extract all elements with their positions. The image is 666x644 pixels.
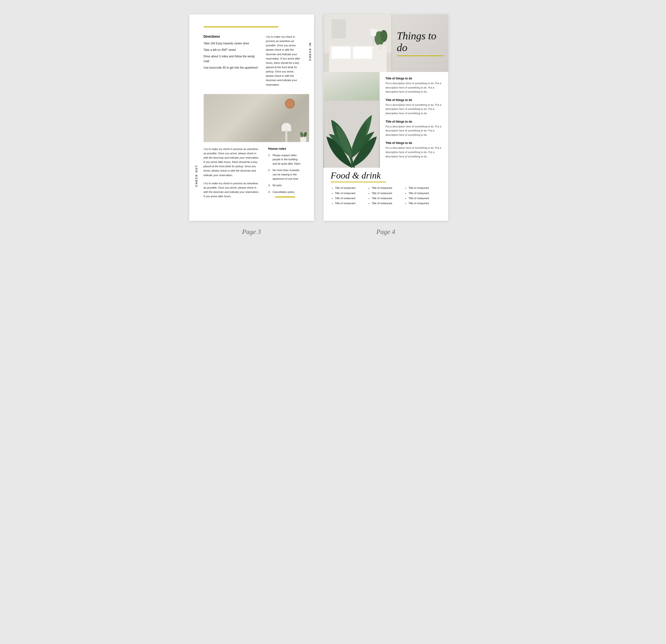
svg-rect-10 bbox=[373, 36, 374, 46]
things-to-do-heading: Things to do bbox=[397, 30, 443, 53]
checkout-label: CHECK OUT bbox=[189, 142, 204, 210]
restaurant-2-3: Title of restaurant bbox=[372, 197, 404, 200]
checkout-paragraph-2: I try to make my check in process as sea… bbox=[204, 181, 261, 199]
directions-item-3: Drive about 3 miles and follow the windy… bbox=[204, 54, 261, 63]
restaurant-3-3: Title of restaurant bbox=[408, 197, 441, 200]
restaurant-1-4: Title of restaurant bbox=[335, 202, 367, 205]
things-to-do-list: Title of things to do Put a description … bbox=[380, 72, 448, 168]
house-rule-3: No pets bbox=[268, 183, 302, 188]
page-4: Things to do bbox=[323, 14, 448, 221]
things-item-2-desc: Put a description here of something to d… bbox=[386, 103, 442, 116]
things-to-do-section: Title of things to do Put a description … bbox=[323, 72, 448, 168]
plant-image bbox=[323, 72, 380, 168]
house-rules-list: Please respect other people in the build… bbox=[268, 153, 302, 194]
house-rule-1: Please respect other people in the build… bbox=[268, 153, 302, 166]
svg-point-7 bbox=[380, 30, 387, 42]
things-item-4: Title of things to do Put a description … bbox=[386, 141, 442, 158]
page-4-label: Page 4 bbox=[323, 228, 448, 236]
svg-rect-4 bbox=[331, 47, 351, 59]
things-item-1: Title of things to do Put a description … bbox=[386, 77, 442, 94]
page-3: Directions Take 104 Easy towards center … bbox=[189, 14, 314, 221]
restaurant-col-1: Title of restaurant Title of restaurant … bbox=[331, 186, 367, 207]
things-to-do-title-area: Things to do bbox=[392, 14, 448, 72]
things-to-do-gold-line bbox=[397, 55, 443, 56]
restaurant-2-4: Title of restaurant bbox=[372, 202, 404, 205]
page-3-label: Page 3 bbox=[189, 228, 314, 236]
house-rules-section: House rules Please respect other people … bbox=[266, 142, 314, 210]
checkin-paragraph: I try to make my check in process as sea… bbox=[266, 35, 314, 87]
directions-list: Take 104 Easy towards center drive Take … bbox=[204, 41, 261, 70]
restaurants-grid: Title of restaurant Title of restaurant … bbox=[331, 186, 441, 207]
things-item-1-desc: Put a description here of something to d… bbox=[386, 81, 442, 94]
svg-rect-13 bbox=[351, 156, 352, 168]
things-item-4-desc: Put a description here of something to d… bbox=[386, 146, 442, 158]
food-drink-title: Food & drink bbox=[331, 170, 441, 181]
restaurant-list-3: Title of restaurant Title of restaurant … bbox=[404, 186, 441, 205]
plant-decoration bbox=[300, 132, 307, 142]
bedroom-svg bbox=[323, 14, 392, 72]
house-rule-4: Cancellation policy bbox=[268, 190, 302, 194]
directions-title: Directions bbox=[204, 35, 261, 38]
pages-container: Directions Take 104 Easy towards center … bbox=[189, 14, 477, 221]
restaurant-3-4: Title of restaurant bbox=[408, 202, 441, 205]
restaurant-col-2: Title of restaurant Title of restaurant … bbox=[367, 186, 404, 207]
restaurant-3-1: Title of restaurant bbox=[408, 186, 441, 190]
plant-pot bbox=[300, 137, 306, 142]
restaurant-col-3: Title of restaurant Title of restaurant … bbox=[404, 186, 441, 207]
things-item-1-title: Title of things to do bbox=[386, 77, 442, 80]
plant-leaf-2 bbox=[303, 132, 307, 137]
lamp-base bbox=[285, 130, 287, 142]
directions-item-1: Take 104 Easy towards center drive bbox=[204, 41, 261, 46]
svg-rect-8 bbox=[378, 45, 382, 49]
svg-marker-9 bbox=[370, 29, 377, 36]
svg-rect-5 bbox=[353, 47, 372, 59]
page3-bottom-section: CHECK OUT I try to make my check in proc… bbox=[189, 142, 314, 210]
food-drink-gold-line bbox=[331, 182, 386, 182]
things-item-2-title: Title of things to do bbox=[386, 98, 442, 102]
plant-leaf-1 bbox=[300, 132, 304, 137]
checkout-paragraph-1: I try to make my check in process as sea… bbox=[204, 147, 261, 177]
food-drink-section: Food & drink Title of restaurant Title o… bbox=[323, 168, 448, 211]
plant-leaves bbox=[300, 132, 307, 137]
checkout-paragraphs: I try to make my check in process as sea… bbox=[204, 142, 266, 210]
things-item-4-title: Title of things to do bbox=[386, 141, 442, 145]
directions-section: Directions Take 104 Easy towards center … bbox=[204, 35, 266, 87]
things-item-3-title: Title of things to do bbox=[386, 120, 442, 123]
bottom-decorative-bar bbox=[275, 197, 295, 198]
restaurant-2-2: Title of restaurant bbox=[372, 191, 404, 195]
room-image-placeholder bbox=[204, 94, 309, 142]
restaurant-1-1: Title of restaurant bbox=[335, 186, 367, 190]
directions-item-2: Take a left on 456th street bbox=[204, 48, 261, 52]
restaurant-3-2: Title of restaurant bbox=[408, 191, 441, 195]
checkin-label: CHECK IN bbox=[309, 35, 312, 68]
room-image bbox=[204, 94, 309, 142]
restaurant-2-1: Title of restaurant bbox=[372, 186, 404, 190]
things-item-3-desc: Put a description here of something to d… bbox=[386, 124, 442, 137]
svg-rect-2 bbox=[331, 19, 346, 38]
page3-main-content: Directions Take 104 Easy towards center … bbox=[189, 35, 314, 87]
clock-decoration bbox=[285, 99, 295, 108]
things-item-2: Title of things to do Put a description … bbox=[386, 98, 442, 116]
restaurant-list-1: Title of restaurant Title of restaurant … bbox=[331, 186, 367, 205]
page4-top-section: Things to do bbox=[323, 14, 448, 72]
directions-item-4: Use buzzcode 45 to get into the apartmen… bbox=[204, 66, 261, 70]
lamp-decoration bbox=[283, 123, 290, 142]
restaurant-list-2: Title of restaurant Title of restaurant … bbox=[367, 186, 404, 205]
bedroom-image bbox=[323, 14, 392, 72]
house-rule-2: No more than 4 people can be staying in … bbox=[268, 168, 302, 181]
restaurant-1-2: Title of restaurant bbox=[335, 191, 367, 195]
things-item-3: Title of things to do Put a description … bbox=[386, 120, 442, 137]
plant-svg bbox=[323, 101, 380, 168]
house-rules-title: House rules bbox=[268, 147, 302, 150]
restaurant-1-3: Title of restaurant bbox=[335, 197, 367, 200]
top-decorative-bar bbox=[204, 27, 278, 27]
page-labels: Page 3 Page 4 bbox=[189, 228, 477, 236]
